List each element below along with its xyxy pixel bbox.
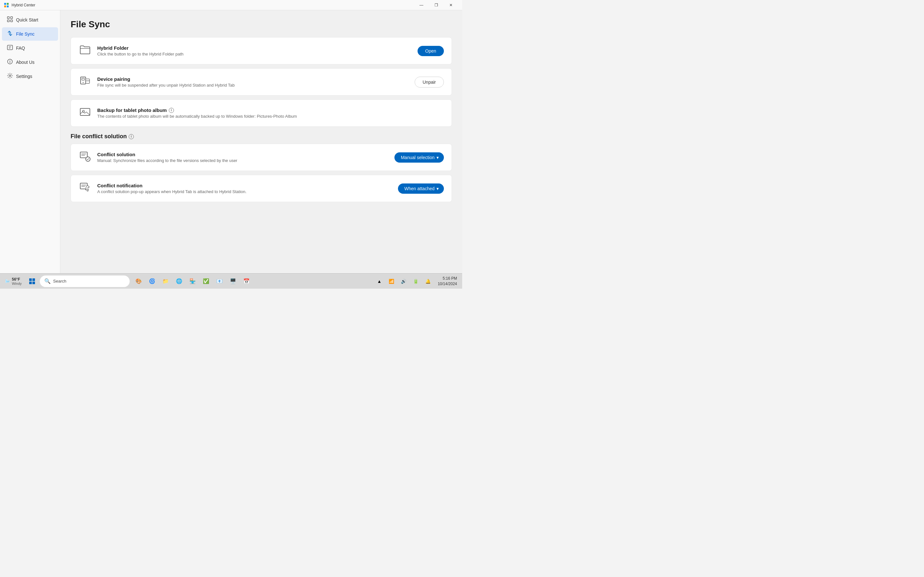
volume-icon[interactable]: 🔊 <box>398 275 410 288</box>
app-layout: Quick Start File Sync FAQ <box>0 10 462 273</box>
title-bar: Hybrid Center — ❐ ✕ <box>0 0 462 10</box>
svg-rect-15 <box>80 108 90 116</box>
hybrid-folder-action: Open <box>418 46 444 56</box>
svg-rect-0 <box>4 3 6 5</box>
sidebar-item-label-settings: Settings <box>16 74 32 79</box>
svg-point-11 <box>9 75 11 77</box>
battery-icon[interactable]: 🔋 <box>410 275 422 288</box>
svg-rect-20 <box>29 279 32 281</box>
clock-date: 10/14/2024 <box>438 281 457 287</box>
svg-rect-23 <box>32 282 35 284</box>
restore-button[interactable]: ❐ <box>429 0 444 10</box>
weather-widget[interactable]: 🌬️ 56°F Windy <box>3 276 24 287</box>
tray-expand-button[interactable]: ▲ <box>373 275 385 288</box>
folder-icon <box>79 44 92 58</box>
chevron-down-icon: ▾ <box>436 155 439 160</box>
settings-icon <box>7 73 13 80</box>
svg-point-14 <box>83 82 84 83</box>
page-title: File Sync <box>71 19 452 29</box>
svg-rect-13 <box>82 78 84 80</box>
manual-selection-button[interactable]: Manual selection ▾ <box>394 152 444 163</box>
backup-photo-desc: The contents of tablet photo album will … <box>97 114 438 119</box>
close-button[interactable]: ✕ <box>444 0 458 10</box>
main-content: File Sync Hybrid Folder Click the button… <box>60 10 462 273</box>
search-text: Search <box>53 279 66 284</box>
weather-condition: Windy <box>12 282 22 285</box>
taskbar-app-files[interactable]: 📁 <box>159 275 172 288</box>
conflict-solution-title: Conflict solution <box>97 152 389 157</box>
conflict-notification-action: When attached ▾ <box>398 184 444 194</box>
svg-rect-6 <box>7 20 9 22</box>
sidebar: Quick Start File Sync FAQ <box>0 10 60 273</box>
conflict-solution-text: Conflict solution Manual: Synchronize fi… <box>97 152 389 163</box>
start-button[interactable] <box>26 275 39 288</box>
when-attached-button[interactable]: When attached ▾ <box>398 184 444 194</box>
system-clock[interactable]: 5:16 PM 10/14/2024 <box>435 276 460 287</box>
clock-time: 5:16 PM <box>438 276 457 281</box>
device-icon <box>79 75 92 89</box>
device-pairing-card: Device pairing File sync will be suspend… <box>71 68 452 95</box>
taskbar-app-collab[interactable]: 🌀 <box>146 275 158 288</box>
conflict-info-icon[interactable]: i <box>129 134 134 139</box>
unpair-button[interactable]: Unpair <box>415 77 444 87</box>
svg-rect-4 <box>7 17 9 19</box>
app-title: Hybrid Center <box>11 3 414 7</box>
taskbar-right: ▲ 📶 🔊 🔋 🔔 5:16 PM 10/14/2024 <box>373 275 460 288</box>
conflict-solution-icon <box>79 150 92 164</box>
svg-rect-8 <box>7 45 13 50</box>
backup-photo-card: Backup for tablet photo album i The cont… <box>71 100 452 127</box>
taskbar-app-edge[interactable]: 🌐 <box>173 275 186 288</box>
conflict-solution-desc: Manual: Synchronize files according to t… <box>97 158 389 163</box>
photo-icon <box>79 106 92 120</box>
conflict-notification-icon <box>79 182 92 195</box>
conflict-section-title: File conflict solution i <box>71 133 452 140</box>
conflict-solution-card: Conflict solution Manual: Synchronize fi… <box>71 144 452 171</box>
conflict-notification-card: Conflict notification A conflict solutio… <box>71 175 452 202</box>
backup-photo-title: Backup for tablet photo album i <box>97 108 438 113</box>
weather-icon: 🌬️ <box>5 279 10 284</box>
svg-rect-1 <box>7 3 9 5</box>
window-controls: — ❐ ✕ <box>414 0 458 10</box>
taskbar-app-monitor[interactable]: 🖥️ <box>226 275 239 288</box>
taskbar-app-tasks[interactable]: ✅ <box>200 275 212 288</box>
sidebar-item-faq[interactable]: FAQ <box>2 41 58 55</box>
hybrid-folder-card: Hybrid Folder Click the button to go to … <box>71 37 452 64</box>
hybrid-folder-desc: Click the button to go to the Hybrid Fol… <box>97 52 412 56</box>
svg-rect-22 <box>29 282 32 284</box>
taskbar-app-colorful[interactable]: 🎨 <box>132 275 145 288</box>
notification-icon[interactable]: 🔔 <box>422 275 434 288</box>
sidebar-item-label-quick-start: Quick Start <box>16 17 38 23</box>
sidebar-item-file-sync[interactable]: File Sync <box>2 27 58 41</box>
open-button[interactable]: Open <box>418 46 444 56</box>
chevron-down-icon-2: ▾ <box>436 186 439 191</box>
taskbar-app-store[interactable]: 🏪 <box>186 275 199 288</box>
svg-rect-17 <box>80 152 87 158</box>
conflict-notification-desc: A conflict solution pop-up appears when … <box>97 189 392 194</box>
svg-rect-21 <box>32 279 35 281</box>
svg-rect-5 <box>11 17 13 19</box>
hybrid-folder-title: Hybrid Folder <box>97 45 412 51</box>
hybrid-folder-text: Hybrid Folder Click the button to go to … <box>97 45 412 56</box>
minimize-button[interactable]: — <box>414 0 429 10</box>
taskbar-app-calendar[interactable]: 📅 <box>240 275 253 288</box>
sidebar-item-label-about-us: About Us <box>16 60 35 65</box>
taskbar-search[interactable]: 🔍 Search <box>40 276 130 287</box>
sidebar-item-about-us[interactable]: About Us <box>2 55 58 69</box>
backup-info-icon[interactable]: i <box>169 108 174 113</box>
taskbar-pinned-apps: 🎨 🌀 📁 🌐 🏪 ✅ 📧 🖥️ 📅 <box>132 275 253 288</box>
sidebar-item-label-file-sync: File Sync <box>16 31 35 37</box>
sidebar-item-label-faq: FAQ <box>16 45 25 51</box>
backup-photo-text: Backup for tablet photo album i The cont… <box>97 108 438 119</box>
network-icon[interactable]: 📶 <box>386 275 397 288</box>
conflict-solution-action: Manual selection ▾ <box>394 152 444 163</box>
sidebar-item-settings[interactable]: Settings <box>2 69 58 83</box>
svg-rect-2 <box>4 5 6 7</box>
system-tray: ▲ 📶 🔊 🔋 🔔 <box>373 275 434 288</box>
sidebar-item-quick-start[interactable]: Quick Start <box>2 13 58 27</box>
faq-icon <box>7 45 13 52</box>
app-icon <box>4 3 9 8</box>
conflict-notification-title: Conflict notification <box>97 183 392 188</box>
file-sync-icon <box>7 31 13 37</box>
device-pairing-title: Device pairing <box>97 76 409 82</box>
taskbar-app-mail[interactable]: 📧 <box>213 275 226 288</box>
